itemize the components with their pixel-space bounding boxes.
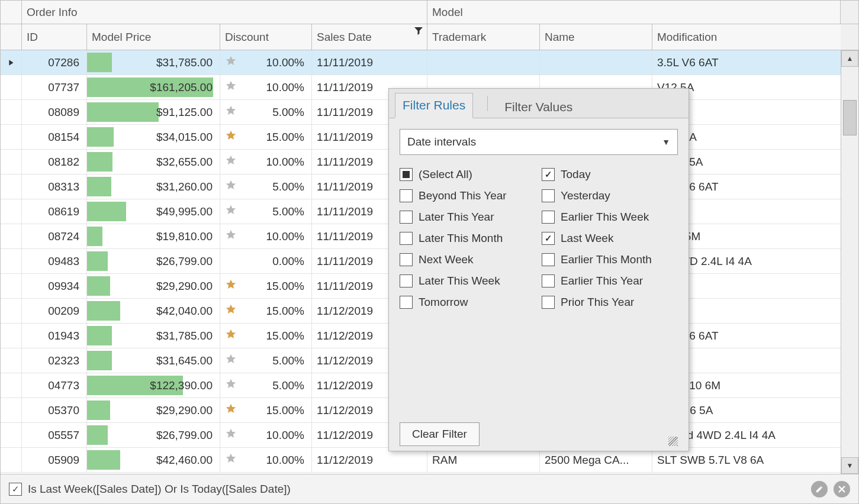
interval-option[interactable]: Later This Month [400,232,536,245]
column-sales-date[interactable]: Sales Date [312,24,427,50]
column-discount[interactable]: Discount [220,24,312,50]
checkbox-icon[interactable] [542,274,555,287]
cell-model-price[interactable]: $31,645.00 [87,348,220,373]
filter-enabled-checkbox[interactable]: ✓ [9,483,22,496]
interval-option[interactable]: Last Week [542,232,678,245]
cell-model-price[interactable]: $29,290.00 [87,398,220,422]
cell-name[interactable] [540,50,652,75]
checkbox-icon[interactable] [400,296,413,309]
checkbox-icon[interactable] [542,232,555,245]
cell-model-price[interactable]: $26,799.00 [87,423,220,447]
scroll-down-arrow-icon[interactable]: ▼ [841,457,858,474]
cell-discount[interactable]: 10.00% [220,448,312,472]
cell-discount[interactable]: 10.00% [220,224,312,248]
scroll-thumb[interactable] [843,100,857,135]
cell-discount[interactable]: 15.00% [220,299,312,323]
cell-discount[interactable]: 5.00% [220,348,312,373]
cell-modification[interactable]: 3.5L V6 6AT [652,50,841,75]
cell-model-price[interactable]: $49,995.00 [87,199,220,224]
cell-discount[interactable]: 15.00% [220,125,312,149]
cell-modification[interactable]: SLT SWB 5.7L V8 6A [652,448,841,472]
checkbox-icon[interactable] [400,211,413,224]
cell-discount[interactable]: 5.00% [220,199,312,224]
interval-option[interactable]: Yesterday [542,189,678,202]
cell-model-price[interactable]: $31,260.00 [87,175,220,199]
cell-discount[interactable]: 10.00% [220,150,312,174]
interval-option[interactable]: Tomorrow [400,296,536,309]
cell-discount[interactable]: 0.00% [220,249,312,273]
cell-id[interactable]: 07737 [22,75,87,99]
cell-model-price[interactable]: $161,205.00 [87,75,220,99]
cell-id[interactable]: 08154 [22,125,87,149]
cell-model-price[interactable]: $32,655.00 [87,150,220,174]
vertical-scrollbar[interactable]: ▲ ▼ [841,50,858,474]
cell-discount[interactable]: 5.00% [220,175,312,199]
cell-model-price[interactable]: $34,015.00 [87,125,220,149]
interval-option[interactable]: Later This Week [400,274,536,287]
cell-id[interactable]: 05557 [22,423,87,447]
cell-model-price[interactable]: $31,785.00 [87,324,220,348]
cell-id[interactable]: 09934 [22,274,87,298]
cell-id[interactable]: 08089 [22,100,87,124]
date-intervals-select[interactable]: Date intervals ▼ [400,129,678,155]
checkbox-icon[interactable] [400,253,413,266]
interval-option[interactable]: Later This Year [400,211,536,224]
cell-discount[interactable]: 15.00% [220,324,312,348]
interval-option[interactable]: Beyond This Year [400,189,536,202]
table-row[interactable]: 05909$42,460.0010.00%11/12/2019RAM2500 M… [1,448,841,473]
column-id[interactable]: ID [22,24,87,50]
interval-option[interactable]: Earlier This Year [542,274,678,287]
cell-id[interactable]: 05370 [22,398,87,422]
cell-id[interactable]: 09483 [22,249,87,273]
tab-filter-rules[interactable]: Filter Rules [395,93,473,118]
interval-option[interactable]: Prior This Year [542,296,678,309]
interval-option[interactable]: Earlier This Month [542,253,678,266]
interval-option[interactable]: Earlier This Week [542,211,678,224]
table-row[interactable]: 07286$31,785.0010.00%11/11/20193.5L V6 6… [1,50,841,75]
checkbox-icon[interactable] [400,168,413,181]
close-filter-icon[interactable] [834,481,850,497]
checkbox-icon[interactable] [542,253,555,266]
cell-sales-date[interactable]: 11/12/2019 [312,448,427,472]
cell-model-price[interactable]: $91,125.00 [87,100,220,124]
checkbox-icon[interactable] [542,296,555,309]
cell-model-price[interactable]: $31,785.00 [87,50,220,75]
cell-model-price[interactable]: $19,810.00 [87,224,220,248]
cell-id[interactable]: 08313 [22,175,87,199]
band-order-info[interactable]: Order Info [22,1,427,24]
cell-model-price[interactable]: $122,390.00 [87,373,220,398]
checkbox-icon[interactable] [542,168,555,181]
cell-discount[interactable]: 10.00% [220,423,312,447]
cell-id[interactable]: 08182 [22,150,87,174]
cell-id[interactable]: 05909 [22,448,87,472]
cell-id[interactable]: 02323 [22,348,87,373]
checkbox-icon[interactable] [542,211,555,224]
cell-id[interactable]: 08619 [22,199,87,224]
cell-model-price[interactable]: $42,040.00 [87,299,220,323]
scroll-up-arrow-icon[interactable]: ▲ [841,50,858,67]
cell-id[interactable]: 00209 [22,299,87,323]
checkbox-icon[interactable] [400,232,413,245]
column-trademark[interactable]: Trademark [427,24,540,50]
cell-sales-date[interactable]: 11/11/2019 [312,50,427,75]
cell-id[interactable]: 08724 [22,224,87,248]
cell-discount[interactable]: 5.00% [220,373,312,398]
clear-filter-button[interactable]: Clear Filter [400,422,480,446]
edit-filter-icon[interactable] [811,481,828,497]
cell-id[interactable]: 01943 [22,324,87,348]
column-modification[interactable]: Modification [652,24,841,50]
cell-discount[interactable]: 10.00% [220,50,312,75]
cell-trademark[interactable]: RAM [427,448,540,472]
interval-option[interactable]: Next Week [400,253,536,266]
funnel-icon[interactable] [414,25,423,38]
resize-grip-icon[interactable] [668,437,678,446]
column-name[interactable]: Name [540,24,652,50]
cell-discount[interactable]: 15.00% [220,274,312,298]
cell-id[interactable]: 04773 [22,373,87,398]
checkbox-icon[interactable] [400,189,413,202]
band-model[interactable]: Model [427,1,841,24]
cell-id[interactable]: 07286 [22,50,87,75]
cell-model-price[interactable]: $29,290.00 [87,274,220,298]
cell-model-price[interactable]: $42,460.00 [87,448,220,472]
cell-discount[interactable]: 10.00% [220,75,312,99]
